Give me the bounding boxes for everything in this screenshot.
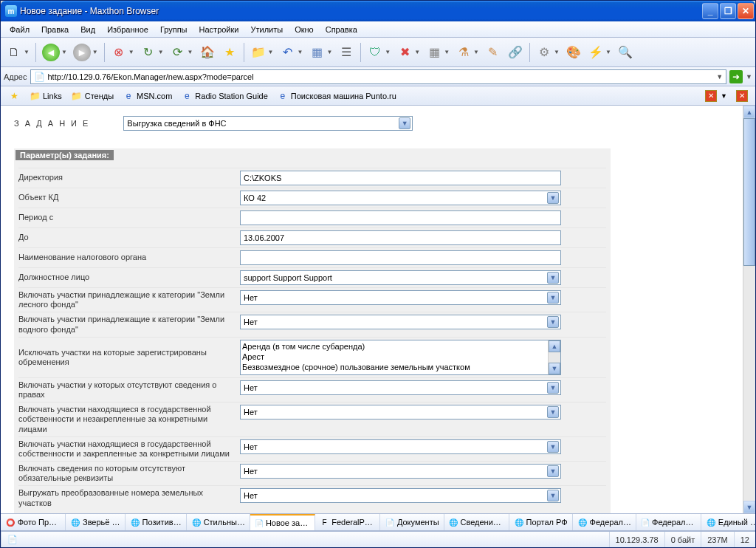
conv-label: Выгружать преобразованные номера земельн…	[18, 488, 240, 507]
tool1-button[interactable]: ⚙▼	[534, 41, 562, 64]
tab-label: Стильны…	[204, 518, 245, 527]
official-select[interactable]: support Support Support▼	[240, 270, 561, 285]
exclude-listbox[interactable]: Аренда (в том числе субаренда) Арест Без…	[240, 340, 561, 375]
req-select[interactable]: Нет▼	[240, 464, 561, 479]
tax-input[interactable]	[240, 250, 561, 265]
forward-button[interactable]: ►▼	[71, 41, 100, 64]
filter-button[interactable]: ⚗▼	[453, 41, 481, 64]
url-text: http://10.129.0.76/Ekon.Manager/new.aspx…	[48, 72, 714, 81]
listbox-scrollbar[interactable]: ▲▼	[548, 340, 560, 374]
tab-0[interactable]: ⭕Фото При…	[1, 514, 66, 530]
conv-select[interactable]: Нет▼	[240, 488, 561, 503]
gov2-select[interactable]: Нет▼	[240, 439, 561, 454]
close-icon: ✕	[705, 90, 717, 102]
page-icon: 🗋	[6, 44, 22, 61]
tab-2[interactable]: 🌐Позитив…	[126, 514, 187, 530]
tab-9[interactable]: 🌐Федерал…	[573, 514, 636, 530]
tool3-button[interactable]: ⚡▼	[585, 41, 614, 64]
list-item[interactable]: Аренда (в том числе субаренда)	[242, 341, 559, 352]
dropdown-icon[interactable]: ▼	[716, 73, 723, 81]
tab-4[interactable]: 📄Новое задание	[250, 514, 315, 530]
maximize-button[interactable]: ❐	[720, 3, 736, 19]
folder-button[interactable]: 📁▼	[248, 41, 276, 64]
go-button[interactable]: ➜	[729, 70, 743, 83]
tab-6[interactable]: 📄Документы	[380, 514, 444, 530]
scroll-thumb[interactable]	[743, 118, 755, 266]
scroll-up-icon[interactable]: ▲	[743, 106, 755, 118]
scroll-down-icon[interactable]: ▼	[743, 501, 755, 513]
menu-window[interactable]: Окно	[289, 23, 320, 36]
folder-icon: 📁	[250, 44, 267, 61]
tab-8[interactable]: 🌐Портал РФ	[509, 514, 573, 530]
page-icon: 📄	[34, 72, 45, 82]
bookmark-punto[interactable]: eПоисковая машина Punto.ru	[274, 89, 399, 103]
menu-favorites[interactable]: Избранное	[101, 23, 154, 36]
tab-5[interactable]: FFederalPo…	[315, 514, 380, 530]
close-icon: ✕	[736, 90, 748, 102]
bookmark-msn[interactable]: eMSN.com	[120, 89, 175, 103]
gov1-select[interactable]: Нет▼	[240, 405, 561, 419]
period-to-input[interactable]	[240, 230, 561, 245]
menu-utilities[interactable]: Утилиты	[244, 23, 289, 36]
tab-11[interactable]: 🌐Единый к…	[701, 514, 756, 530]
reload-button[interactable]: ↻▼	[138, 41, 166, 64]
star-icon: ★	[221, 44, 238, 61]
titlebar: m Новое задание - Maxthon Browser _ ❐ ✕	[1, 1, 755, 21]
reload2-button[interactable]: ⟳▼	[168, 41, 196, 64]
tab-label: Позитив…	[142, 518, 182, 527]
add-favorite-button[interactable]: ★	[5, 89, 23, 103]
close-all-button[interactable]: ✕	[733, 89, 751, 103]
disable-button[interactable]: ✖▼	[394, 41, 422, 64]
tool4-button[interactable]: 🔍	[615, 41, 636, 64]
dir-input[interactable]	[240, 171, 561, 185]
section-header: Параметр(ы) задания:	[16, 150, 114, 160]
tab-3[interactable]: 🌐Стильны…	[187, 514, 250, 530]
obj-select[interactable]: КО 42▼	[240, 191, 561, 205]
tab-7[interactable]: 🌐Сведения …	[444, 514, 509, 530]
task-select[interactable]: Выгрузка сведений в ФНС ▼	[123, 116, 413, 131]
minimize-button[interactable]: _	[702, 3, 718, 19]
menu-groups[interactable]: Группы	[154, 23, 193, 36]
tab-icon: 🌐	[514, 517, 524, 527]
bookmark-stands[interactable]: 📁Стенды	[68, 89, 117, 103]
menu-file[interactable]: Файл	[4, 23, 35, 36]
bookmark-links[interactable]: 📁Links	[26, 89, 65, 103]
page-scrollbar[interactable]: ▲ ▼	[743, 106, 755, 513]
go-dropdown[interactable]: ▼	[746, 73, 752, 81]
menu-settings[interactable]: Настройки	[193, 23, 245, 36]
dir-label: Директория	[18, 171, 240, 185]
req-label: Включать сведения по которым отсутствуют…	[18, 464, 240, 483]
list-item[interactable]: Арест	[242, 352, 559, 362]
favorites-button[interactable]: ★	[219, 41, 240, 64]
address-field[interactable]: 📄 http://10.129.0.76/Ekon.Manager/new.as…	[30, 69, 727, 84]
status-bar: 📄 10.129.3.78 0 байт 237M 12	[1, 531, 755, 547]
list-item[interactable]: Безвозмездное (срочное) пользование земе…	[242, 362, 559, 372]
menu-edit[interactable]: Правка	[35, 23, 75, 36]
close-tab-button[interactable]: ✕▼	[702, 89, 730, 103]
tab-10[interactable]: 📄Федерально…	[636, 514, 701, 530]
forest-select[interactable]: Нет▼	[240, 290, 561, 305]
close-button[interactable]: ✕	[738, 3, 754, 19]
menu-view[interactable]: Вид	[75, 23, 101, 36]
bookmark-radio[interactable]: eRadio Station Guide	[178, 89, 270, 103]
tab-1[interactable]: 🌐Зверьё …	[66, 514, 126, 530]
menu-help[interactable]: Справка	[320, 23, 363, 36]
stop-button[interactable]: ⊗▼	[109, 41, 137, 64]
shield-button[interactable]: 🛡▼	[365, 41, 393, 64]
tool2-button[interactable]: 🎨	[563, 41, 584, 64]
dropdown-icon: ▼	[399, 117, 410, 129]
water-select[interactable]: Нет▼	[240, 315, 561, 329]
norights-label: Включать участки у которых отсутствуют с…	[18, 380, 240, 400]
norights-select[interactable]: Нет▼	[240, 380, 561, 395]
forest-label: Включать участки принадлежащие к категор…	[18, 290, 240, 309]
back-button[interactable]: ◄▼	[40, 41, 69, 64]
new-tab-button[interactable]: 🗋▼	[4, 41, 32, 64]
link-button[interactable]: 🔗	[505, 41, 526, 64]
list-button[interactable]: ☰	[336, 41, 357, 64]
edit-button[interactable]: ✎	[483, 41, 504, 64]
grid-button[interactable]: ▦▼	[424, 41, 452, 64]
home-button[interactable]: 🏠	[197, 41, 218, 64]
undo-button[interactable]: ↶▼	[277, 41, 305, 64]
period-from-input[interactable]	[240, 210, 561, 225]
options-button[interactable]: ▦▼	[306, 41, 334, 64]
